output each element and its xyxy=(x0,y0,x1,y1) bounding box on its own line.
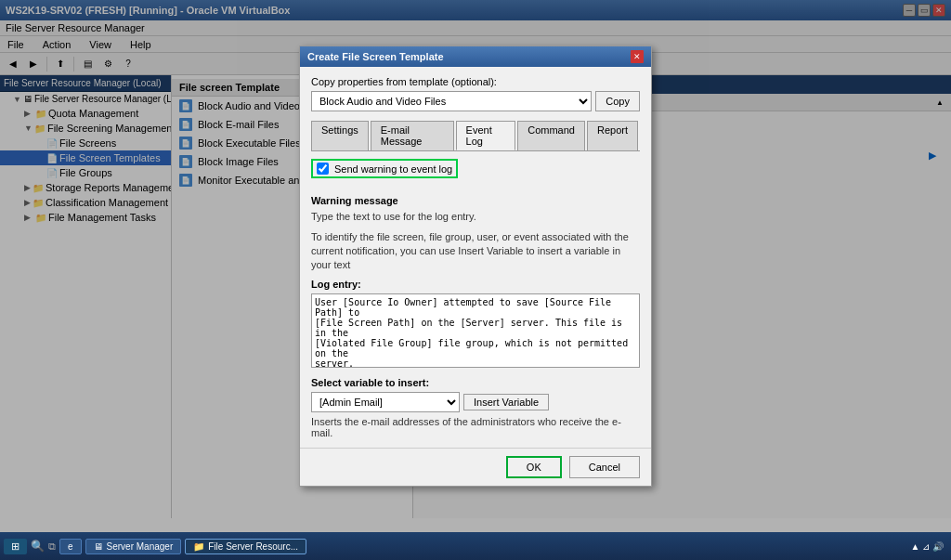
taskbar-taskview[interactable]: ⧉ xyxy=(48,540,56,553)
event-log-content: Send warning to event log Warning messag… xyxy=(311,159,640,438)
taskbar-server-manager[interactable]: 🖥 Server Manager xyxy=(85,539,182,554)
tab-settings[interactable]: Settings xyxy=(311,121,369,150)
send-warning-label: Send warning to event log xyxy=(334,163,452,175)
taskbar-ie-icon[interactable]: e xyxy=(59,539,82,554)
create-template-dialog: Create File Screen Template ✕ Copy prope… xyxy=(299,46,652,487)
dialog-close-button[interactable]: ✕ xyxy=(631,50,644,63)
taskbar-search[interactable]: 🔍 xyxy=(31,540,45,553)
tab-event-log[interactable]: Event Log xyxy=(456,121,516,150)
ie-icon: e xyxy=(68,541,73,552)
template-select[interactable]: Block Audio and Video Files xyxy=(311,91,592,111)
variable-select-label: Select variable to insert: xyxy=(311,377,640,388)
system-tray: ▲ ⊿ 🔊 xyxy=(911,541,944,552)
taskbar: ⊞ 🔍 ⧉ e 🖥 Server Manager 📁 File Server R… xyxy=(0,532,951,560)
ok-button[interactable]: OK xyxy=(506,456,562,478)
dialog-title-text: Create File Screen Template xyxy=(307,51,444,62)
taskbar-right: ▲ ⊿ 🔊 xyxy=(911,541,947,552)
dialog-body: Copy properties from template (optional)… xyxy=(300,67,651,448)
cancel-button[interactable]: Cancel xyxy=(569,456,640,478)
fsrm-icon: 📁 xyxy=(193,541,204,552)
dialog-title-bar: Create File Screen Template ✕ xyxy=(300,46,651,67)
variable-desc: Inserts the e-mail addresses of the admi… xyxy=(311,416,640,438)
taskbar-fsrm[interactable]: 📁 File Server Resourc... xyxy=(185,539,306,554)
start-button[interactable]: ⊞ xyxy=(4,539,27,554)
variable-section: Select variable to insert: [Admin Email]… xyxy=(311,377,640,438)
tab-report[interactable]: Report xyxy=(587,121,638,150)
server-manager-icon: 🖥 xyxy=(94,541,103,552)
warning-type-desc: Type the text to use for the log entry. xyxy=(311,210,640,224)
warning-hint: To identify the file screen, file group,… xyxy=(311,230,640,273)
dialog-footer: OK Cancel xyxy=(300,448,651,486)
send-warning-checkbox[interactable] xyxy=(317,163,329,175)
log-entry-label: Log entry: xyxy=(311,279,640,290)
copy-button[interactable]: Copy xyxy=(595,91,640,111)
tab-command[interactable]: Command xyxy=(517,121,585,150)
tab-email-message[interactable]: E-mail Message xyxy=(371,121,454,150)
windows-icon: ⊞ xyxy=(11,540,20,553)
log-entry-textarea[interactable] xyxy=(311,293,640,368)
variable-select[interactable]: [Admin Email] xyxy=(311,392,460,412)
copy-label: Copy properties from template (optional)… xyxy=(311,76,640,87)
dialog-tabs: Settings E-mail Message Event Log Comman… xyxy=(311,121,640,151)
send-warning-checkbox-row[interactable]: Send warning to event log xyxy=(311,159,458,178)
modal-overlay: Create File Screen Template ✕ Copy prope… xyxy=(0,0,951,532)
template-row: Block Audio and Video Files Copy xyxy=(311,91,640,111)
warning-message-label: Warning message xyxy=(311,195,640,206)
variable-row: [Admin Email] Insert Variable xyxy=(311,392,640,412)
insert-variable-button[interactable]: Insert Variable xyxy=(463,394,549,410)
